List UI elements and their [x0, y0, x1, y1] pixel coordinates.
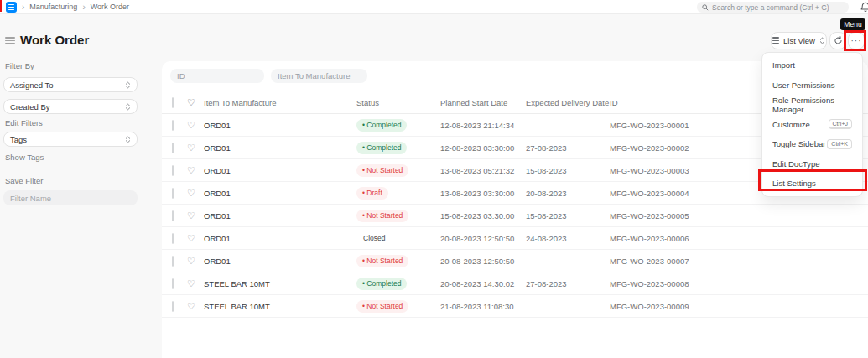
row-id: MFG-WO-2023-00008 — [610, 279, 868, 288]
context-menu: ImportUser PermissionsRole Permissions M… — [761, 52, 863, 197]
column-item-to-manufacture: Item To Manufacture — [204, 98, 356, 107]
tags-label: Tags — [10, 135, 27, 144]
heart-icon[interactable]: ♡ — [187, 121, 204, 130]
tags-select[interactable]: Tags — [3, 132, 138, 147]
menu-item-import[interactable]: Import — [762, 55, 862, 75]
status-badge: • Not Started — [356, 255, 408, 267]
row-checkbox[interactable] — [172, 143, 174, 153]
row-expected-delivery: 15-08-2023 — [526, 211, 610, 221]
menu-item-label: Edit DocType — [772, 159, 820, 169]
menu-item-label: Role Permissions Manager — [772, 96, 852, 114]
search-input[interactable] — [712, 3, 844, 12]
row-expected-delivery: 27-08-2023 — [526, 143, 610, 153]
breadcrumb-item-manufacturing[interactable]: Manufacturing — [29, 3, 77, 11]
table-row[interactable]: ♡ ORD01 • Not Started 20-08-2023 12:50:5… — [162, 250, 868, 272]
erpnext-logo-icon[interactable] — [6, 2, 17, 13]
row-planned-start: 13-08-2023 03:30:00 — [440, 189, 526, 198]
row-id: MFG-WO-2023-00009 — [610, 302, 868, 311]
row-planned-start: 20-08-2023 12:50:50 — [440, 257, 526, 266]
select-all-checkbox[interactable] — [172, 97, 174, 108]
menu-ellipsis-button[interactable]: ··· — [848, 32, 865, 49]
list-view-button[interactable]: List View — [771, 32, 827, 49]
row-item-link[interactable]: ORD01 — [204, 257, 356, 266]
row-checkbox[interactable] — [172, 233, 174, 244]
row-id: MFG-WO-2023-00007 — [610, 257, 868, 266]
heart-icon[interactable]: ♡ — [187, 279, 204, 288]
sidebar-toggle-icon[interactable] — [5, 37, 15, 44]
navbar: › Manufacturing › Work Order — [0, 0, 868, 14]
heart-icon[interactable]: ♡ — [187, 98, 204, 107]
menu-tooltip: Menu — [840, 18, 865, 30]
bell-icon[interactable] — [860, 2, 868, 13]
status-badge: • Completed — [356, 278, 407, 290]
menu-item-user-permissions[interactable]: User Permissions — [762, 75, 862, 96]
heart-icon[interactable]: ♡ — [187, 257, 204, 266]
select-arrows-icon — [819, 37, 825, 44]
row-planned-start: 15-08-2023 03:30:00 — [440, 211, 526, 221]
row-checkbox[interactable] — [172, 210, 174, 221]
row-item-link[interactable]: ORD01 — [204, 211, 356, 221]
menu-item-label: User Permissions — [772, 80, 834, 90]
item-filter-input[interactable] — [271, 69, 367, 83]
select-arrows-icon — [125, 81, 131, 89]
global-search[interactable] — [697, 2, 849, 13]
row-item-link[interactable]: ORD01 — [204, 166, 356, 175]
page-title: Work Order — [20, 33, 89, 47]
row-checkbox[interactable] — [172, 165, 174, 176]
heart-icon[interactable]: ♡ — [187, 302, 204, 311]
menu-item-label: Customize — [772, 120, 810, 129]
row-item-link[interactable]: ORD01 — [204, 234, 356, 243]
row-checkbox[interactable] — [172, 278, 174, 289]
row-id: MFG-WO-2023-00005 — [610, 211, 868, 221]
menu-item-label: List Settings — [772, 179, 816, 188]
breadcrumb-item-work-order[interactable]: Work Order — [91, 3, 129, 11]
heart-icon[interactable]: ♡ — [187, 166, 204, 175]
row-checkbox[interactable] — [172, 256, 174, 267]
menu-item-list-settings[interactable]: List Settings — [762, 174, 862, 194]
table-row[interactable]: ♡ STEEL BAR 10MT • Completed 20-08-2023 … — [162, 272, 868, 295]
column-expected-delivery-date: Expected Delivery Date — [526, 98, 610, 107]
row-item-link[interactable]: STEEL BAR 10MT — [204, 302, 356, 311]
row-checkbox[interactable] — [172, 120, 174, 131]
filter-by-label: Filter By — [5, 61, 34, 70]
show-tags-link[interactable]: Show Tags — [5, 153, 44, 162]
row-planned-start: 12-08-2023 21:14:34 — [440, 121, 526, 130]
column-status: Status — [356, 98, 440, 107]
menu-item-edit-doctype[interactable]: Edit DocType — [762, 154, 862, 174]
row-item-link[interactable]: STEEL BAR 10MT — [204, 279, 356, 288]
row-checkbox[interactable] — [172, 301, 174, 312]
row-checkbox[interactable] — [172, 188, 174, 199]
refresh-icon — [834, 36, 843, 45]
edit-filters-link[interactable]: Edit Filters — [5, 118, 43, 127]
menu-item-toggle-sidebar[interactable]: Toggle SidebarCtrl+K — [762, 134, 862, 154]
row-expected-delivery: 24-08-2023 — [526, 234, 610, 243]
table-row[interactable]: ♡ ORD01 Closed 20-08-2023 12:50:50 24-08… — [162, 227, 868, 250]
heart-icon[interactable]: ♡ — [187, 143, 204, 153]
annotation-left-edge — [0, 0, 2, 12]
refresh-button[interactable] — [829, 32, 846, 49]
row-item-link[interactable]: ORD01 — [204, 143, 356, 153]
column-planned-start-date: Planned Start Date — [440, 98, 526, 107]
heart-icon[interactable]: ♡ — [187, 234, 204, 243]
chevron-right-icon: › — [82, 3, 85, 12]
list-view-icon — [772, 37, 779, 44]
id-filter-input[interactable] — [170, 69, 264, 83]
search-icon — [702, 4, 709, 11]
select-arrows-icon — [125, 103, 131, 111]
row-item-link[interactable]: ORD01 — [204, 121, 356, 130]
heart-icon[interactable]: ♡ — [187, 189, 204, 198]
keyboard-shortcut-badge: Ctrl+J — [829, 119, 852, 129]
heart-icon[interactable]: ♡ — [187, 211, 204, 221]
row-planned-start: 12-08-2023 03:30:00 — [440, 143, 526, 153]
assigned-to-select[interactable]: Assigned To — [3, 77, 138, 92]
menu-item-role-permissions-manager[interactable]: Role Permissions Manager — [762, 95, 862, 115]
table-row[interactable]: ♡ ORD01 • Not Started 15-08-2023 03:30:0… — [162, 205, 868, 227]
row-id: MFG-WO-2023-00006 — [610, 234, 868, 243]
row-item-link[interactable]: ORD01 — [204, 189, 356, 198]
table-row[interactable]: ♡ STEEL BAR 10MT • Not Started 21-08-202… — [162, 295, 868, 318]
breadcrumb: › Manufacturing › Work Order — [22, 0, 129, 13]
status-badge: Closed — [356, 232, 391, 245]
created-by-select[interactable]: Created By — [3, 99, 138, 114]
menu-item-customize[interactable]: CustomizeCtrl+J — [762, 115, 862, 135]
filter-name-input[interactable] — [3, 190, 138, 205]
